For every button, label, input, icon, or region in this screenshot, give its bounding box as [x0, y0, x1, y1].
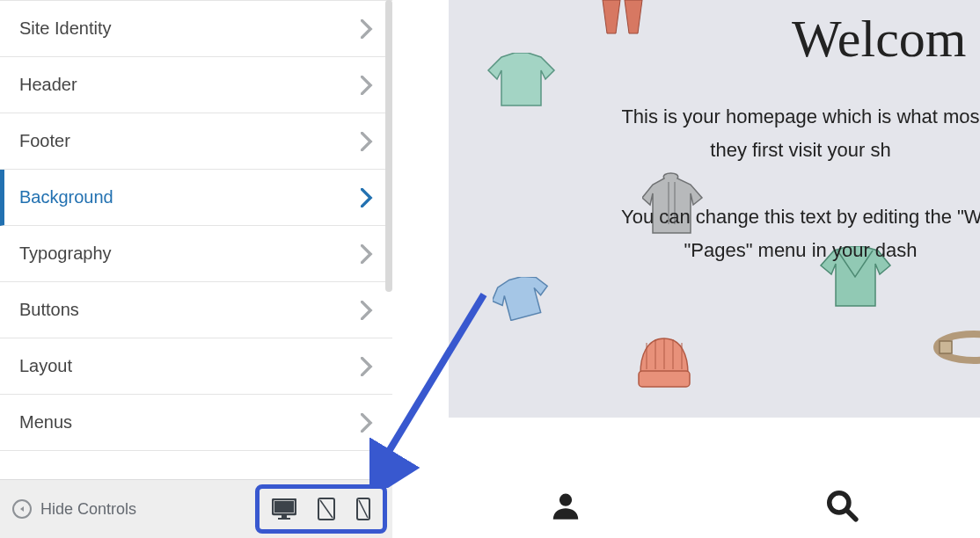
sidebar-item-footer[interactable]: Footer: [0, 113, 392, 170]
pants-illustration-icon: [598, 0, 651, 35]
beanie-illustration-icon: [633, 334, 695, 396]
svg-line-5: [320, 500, 333, 518]
sidebar-item-buttons[interactable]: Buttons: [0, 282, 392, 338]
search-button[interactable]: [825, 489, 859, 526]
collapse-icon: [12, 499, 32, 519]
sidebar-item-label: Typography: [19, 244, 112, 264]
sidebar-item-typography[interactable]: Typography: [0, 226, 392, 282]
sidebar-item-label: Site Identity: [19, 18, 112, 39]
preview-text-line: This is your homepage which is what mos: [621, 105, 980, 128]
preview-footer-nav: [392, 489, 980, 526]
preview-pane: Welcom This is your homepage which is wh…: [392, 0, 980, 538]
desktop-preview-button[interactable]: [272, 498, 296, 520]
chevron-right-icon: [361, 132, 373, 151]
sidebar-list: Site Identity Header Footer Background T…: [0, 0, 392, 479]
tablet-preview-button[interactable]: [318, 498, 335, 520]
sidebar-item-label: Background: [19, 187, 113, 207]
customizer-sidebar: Site Identity Header Footer Background T…: [0, 0, 392, 538]
sidebar-item-label: Buttons: [19, 300, 79, 320]
svg-rect-2: [282, 515, 287, 518]
chevron-right-icon: [361, 188, 373, 207]
mobile-preview-button[interactable]: [356, 498, 370, 520]
svg-rect-1: [274, 501, 294, 513]
belt-illustration-icon: [932, 325, 980, 369]
chevron-right-icon: [361, 357, 373, 376]
sidebar-item-label: Layout: [19, 356, 72, 376]
user-icon: [549, 489, 582, 522]
tablet-icon: [318, 498, 335, 520]
account-button[interactable]: [549, 489, 582, 526]
sidebar-item-site-identity[interactable]: Site Identity: [0, 0, 392, 57]
sidebar-item-label: Footer: [19, 131, 70, 151]
svg-line-7: [359, 500, 368, 518]
svg-rect-3: [278, 518, 290, 520]
chevron-right-icon: [361, 19, 373, 39]
svg-line-15: [847, 511, 856, 520]
scrollbar-thumb[interactable]: [385, 0, 392, 292]
shirt-illustration-icon: [484, 53, 559, 114]
preview-text-line: "Pages" menu in your dash: [621, 239, 980, 262]
svg-rect-12: [940, 341, 952, 353]
preview-hero: Welcom This is your homepage which is wh…: [449, 0, 980, 418]
preview-text-line: You can change this text by editing the …: [621, 206, 980, 229]
hide-controls-label: Hide Controls: [40, 500, 136, 519]
sidebar-item-background[interactable]: Background: [0, 170, 392, 226]
sidebar-item-label: Menus: [19, 412, 72, 433]
sidebar-item-menus[interactable]: Menus: [0, 395, 392, 451]
mobile-icon: [356, 498, 370, 520]
sidebar-item-label: Header: [19, 75, 77, 95]
preview-text-line: they first visit your sh: [621, 139, 980, 162]
chevron-right-icon: [361, 244, 373, 264]
chevron-right-icon: [361, 301, 373, 320]
hide-controls-button[interactable]: Hide Controls: [12, 499, 136, 519]
chevron-right-icon: [361, 413, 373, 433]
svg-rect-10: [639, 371, 690, 387]
search-icon: [825, 489, 859, 522]
svg-point-13: [559, 494, 572, 506]
shirt-illustration-icon: [493, 277, 554, 321]
sidebar-item-layout[interactable]: Layout: [0, 338, 392, 395]
sidebar-footer: Hide Controls: [0, 479, 392, 538]
device-preview-toggle: [255, 484, 387, 534]
sidebar-item-header[interactable]: Header: [0, 57, 392, 113]
desktop-icon: [272, 498, 296, 520]
chevron-right-icon: [361, 76, 373, 95]
preview-title: Welcom: [792, 9, 966, 69]
